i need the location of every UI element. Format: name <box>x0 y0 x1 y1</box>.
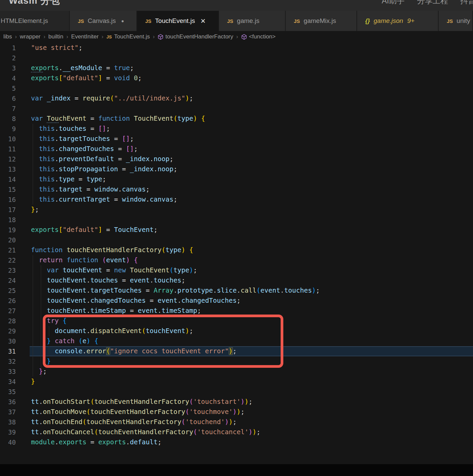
breadcrumb-item--function-[interactable]: <function> <box>241 33 276 40</box>
code-line[interactable]: 40module.exports = exports.default; <box>0 437 473 447</box>
breadcrumb-item-touchevent-js[interactable]: JSTouchEvent.js <box>106 33 150 40</box>
code-line[interactable]: 1"use strict"; <box>0 43 473 53</box>
line-number[interactable]: 34 <box>0 377 16 387</box>
line-number[interactable]: 32 <box>0 356 16 366</box>
line-number[interactable]: 30 <box>0 336 16 346</box>
line-number[interactable]: 24 <box>0 275 16 286</box>
code-line[interactable]: 16 this.currentTarget = window.canvas; <box>0 195 473 205</box>
line-number[interactable]: 36 <box>0 397 16 407</box>
code-line[interactable]: 9 this.touches = []; <box>0 124 473 134</box>
line-number[interactable]: 26 <box>0 296 16 306</box>
menu-item-douyin[interactable]: 抖音 <box>460 0 473 6</box>
code-line[interactable]: 20 <box>0 235 473 245</box>
line-number[interactable]: 12 <box>0 154 16 164</box>
tab-game-js[interactable]: JSgame.js <box>219 11 285 31</box>
line-number[interactable]: 9 <box>0 124 16 134</box>
code-line[interactable]: 17}; <box>0 205 473 215</box>
line-number[interactable]: 33 <box>0 366 16 377</box>
line-number[interactable]: 35 <box>0 387 16 397</box>
code-line[interactable]: 25 touchEvent.targetTouches = Array.prot… <box>0 286 473 296</box>
line-number[interactable]: 13 <box>0 164 16 174</box>
tab-gamemix-js[interactable]: JSgameMix.js <box>286 11 356 31</box>
code-line[interactable]: 4exports["default"] = void 0; <box>0 73 473 83</box>
tab-canvas-js[interactable]: JSCanvas.js● <box>70 11 136 31</box>
menu-item-share-project[interactable]: 分享工程 <box>417 0 448 6</box>
breadcrumb-item-eventiniter[interactable]: EventIniter <box>71 33 98 40</box>
breadcrumb-item-builtin[interactable]: builtin <box>49 33 63 40</box>
line-number[interactable]: 29 <box>0 326 16 336</box>
code-line[interactable]: 22 return function (event) { <box>0 255 473 265</box>
line-number[interactable]: 19 <box>0 225 16 235</box>
line-number[interactable]: 38 <box>0 417 16 427</box>
menu-item-ai-assistant[interactable]: AI助手 <box>382 0 405 6</box>
code-editor[interactable]: 1"use strict";23exports.__esModule = tru… <box>0 42 473 464</box>
code-line[interactable]: 21function touchEventHandlerFactory(type… <box>0 245 473 255</box>
line-number[interactable]: 7 <box>0 103 16 114</box>
breadcrumb-item-libs[interactable]: libs <box>3 33 12 40</box>
line-number[interactable]: 17 <box>0 205 16 215</box>
code-line[interactable]: 7 <box>0 103 473 114</box>
code-line[interactable]: 23 var touchEvent = new TouchEvent(type)… <box>0 265 473 275</box>
code-line[interactable]: 5 <box>0 83 473 93</box>
line-number[interactable]: 23 <box>0 265 16 275</box>
code-line[interactable]: 14 this.type = type; <box>0 174 473 184</box>
code-line[interactable]: 3exports.__esModule = true; <box>0 63 473 73</box>
line-number[interactable]: 6 <box>0 93 16 103</box>
line-number[interactable]: 16 <box>0 195 16 205</box>
line-number[interactable]: 20 <box>0 235 16 245</box>
line-number[interactable]: 1 <box>0 43 16 53</box>
code-line[interactable]: 18 <box>0 215 473 225</box>
code-line[interactable]: 12 this.preventDefault = _index.noop; <box>0 154 473 164</box>
line-number[interactable]: 14 <box>0 174 16 184</box>
line-number[interactable]: 39 <box>0 427 16 437</box>
code-line[interactable]: 10 this.targetTouches = []; <box>0 134 473 144</box>
code-line[interactable]: 34} <box>0 377 473 387</box>
code-line[interactable]: 37tt.onTouchMove(touchEventHandlerFactor… <box>0 407 473 417</box>
tab-game-json[interactable]: {}game.json9+ <box>357 11 438 31</box>
code-line[interactable]: 39tt.onTouchCancel(touchEventHandlerFact… <box>0 427 473 437</box>
code-line[interactable]: 28 try { <box>0 316 473 326</box>
code-line[interactable]: 31 console.error("ignore cocs touchEvent… <box>0 346 473 356</box>
code-line[interactable]: 38tt.onTouchEnd(touchEventHandlerFactory… <box>0 417 473 427</box>
tab-unity[interactable]: JSunity <box>439 11 472 31</box>
tab-htmlelement-js[interactable]: HTMLElement.js <box>0 11 69 31</box>
line-number[interactable]: 2 <box>0 53 16 63</box>
code-line[interactable]: 11 this.changedTouches = []; <box>0 144 473 154</box>
line-number[interactable]: 4 <box>0 73 16 83</box>
line-number[interactable]: 3 <box>0 63 16 73</box>
line-number[interactable]: 21 <box>0 245 16 255</box>
line-number[interactable]: 31 <box>0 346 16 356</box>
code-line[interactable]: 2 <box>0 53 473 63</box>
line-number[interactable]: 8 <box>0 114 16 124</box>
line-number[interactable]: 28 <box>0 316 16 326</box>
code-line[interactable]: 33 }; <box>0 366 473 377</box>
close-icon[interactable]: ✕ <box>200 17 206 25</box>
line-number[interactable]: 5 <box>0 83 16 93</box>
code-line[interactable]: 26 touchEvent.changedTouches = event.cha… <box>0 296 473 306</box>
breadcrumb-item-toucheventhandlerfactory[interactable]: touchEventHandlerFactory <box>158 33 233 40</box>
code-line[interactable]: 29 document.dispatchEvent(touchEvent); <box>0 326 473 336</box>
token: _index <box>126 155 150 163</box>
tab-touchevent-js[interactable]: JSTouchEvent.js✕ <box>137 11 218 31</box>
line-number[interactable]: 40 <box>0 437 16 447</box>
code-line[interactable]: 15 this.target = window.canvas; <box>0 184 473 195</box>
line-number[interactable]: 11 <box>0 144 16 154</box>
code-line[interactable]: 6var _index = require("../util/index.js"… <box>0 93 473 103</box>
code-line[interactable]: 27 touchEvent.timeStamp = event.timeStam… <box>0 306 473 316</box>
code-line[interactable]: 30 } catch (e) { <box>0 336 473 346</box>
breadcrumb-item-wrapper[interactable]: wrapper <box>20 33 40 40</box>
code-line[interactable]: 8var TouchEvent = function TouchEvent(ty… <box>0 114 473 124</box>
code-line[interactable]: 35 <box>0 387 473 397</box>
line-number[interactable]: 10 <box>0 134 16 144</box>
code-line[interactable]: 36tt.onTouchStart(touchEventHandlerFacto… <box>0 397 473 407</box>
line-number[interactable]: 37 <box>0 407 16 417</box>
line-number[interactable]: 18 <box>0 215 16 225</box>
line-number[interactable]: 15 <box>0 184 16 195</box>
code-line[interactable]: 32 } <box>0 356 473 366</box>
code-line[interactable]: 13 this.stopPropagation = _index.noop; <box>0 164 473 174</box>
code-line[interactable]: 19exports["default"] = TouchEvent; <box>0 225 473 235</box>
code-line[interactable]: 24 touchEvent.touches = event.touches; <box>0 275 473 286</box>
line-number[interactable]: 27 <box>0 306 16 316</box>
line-number[interactable]: 22 <box>0 255 16 265</box>
line-number[interactable]: 25 <box>0 286 16 296</box>
